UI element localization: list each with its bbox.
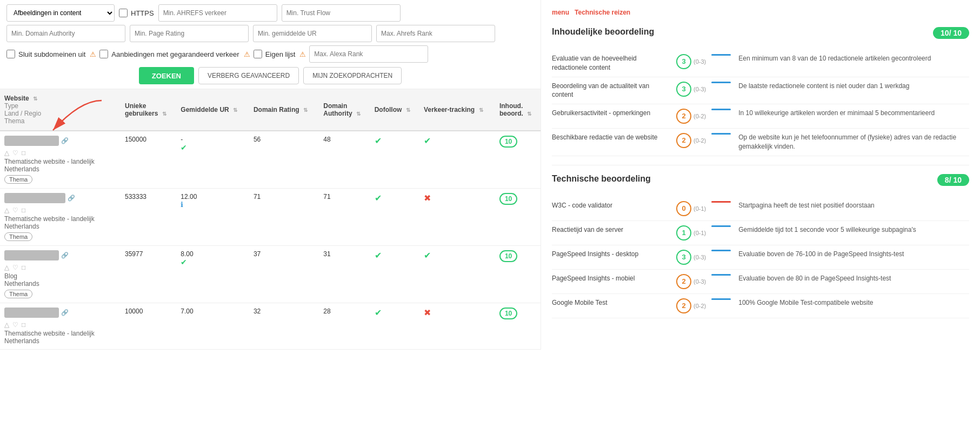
score-3: 10	[495, 246, 541, 303]
col-unique-users: Uniekegebruikers ⇅	[121, 89, 176, 131]
t-score-num-3: 2	[676, 274, 691, 289]
sort-icon-inhoud[interactable]: ⇅	[527, 111, 531, 117]
website-name-3[interactable]: ████████.nl 🔗	[4, 250, 116, 260]
domain-authority-4: 28	[319, 303, 370, 350]
score-badge-2: 10	[499, 193, 517, 205]
external-link-icon-2[interactable]: 🔗	[68, 195, 75, 202]
min-pr-input[interactable]	[130, 25, 249, 42]
min-da-input[interactable]	[6, 25, 125, 42]
action-icons-3: △ ♡ □	[4, 264, 116, 271]
action-icons-2: △ ♡ □	[4, 206, 116, 214]
score-range-1: (0-3)	[694, 86, 706, 92]
website-type-2: Thematische website - landelijk	[4, 215, 116, 223]
domain-authority-1: 48	[319, 131, 370, 189]
sort-icon-traffic[interactable]: ⇅	[479, 107, 483, 113]
bookmark-icon-2[interactable]: □	[22, 206, 25, 214]
t-criteria-bar-3	[711, 274, 733, 276]
external-link-icon-4[interactable]: 🔗	[61, 309, 69, 316]
sort-icon-ur[interactable]: ⇅	[233, 107, 237, 113]
filter-row-2	[6, 25, 534, 42]
col-dofollow: Dofollow ⇅	[370, 89, 419, 131]
sort-icon-users[interactable]: ⇅	[162, 111, 166, 117]
t-score-range-2: (0-3)	[694, 254, 706, 260]
images-filter[interactable]: Afbeeldingen in content	[6, 4, 115, 22]
score-range-2: (0-2)	[694, 113, 706, 119]
dofollow-3: ✔	[370, 246, 419, 303]
up-icon-4[interactable]: △	[4, 321, 9, 329]
criteria-bar-0	[711, 54, 733, 56]
t-score-range-0: (0-1)	[694, 205, 706, 212]
heart-icon-1[interactable]: ♡	[12, 149, 18, 157]
https-checkbox[interactable]	[119, 9, 128, 17]
hide-advanced-button[interactable]: VERBERG GEAVANCEERD	[198, 67, 299, 84]
table-row: ████████.nl 🔗 △ ♡ □ Thematische website …	[0, 303, 541, 350]
own-list-label: Eigen lijst	[265, 50, 296, 58]
section-divider	[552, 165, 969, 165]
search-button[interactable]: ZOEKEN	[139, 67, 194, 84]
own-list-checkbox[interactable]	[254, 50, 262, 58]
t-score-num-4: 2	[676, 298, 691, 313]
min-ahrefs-input[interactable]	[158, 4, 277, 22]
sort-icon-dofollow[interactable]: ⇅	[406, 107, 410, 113]
website-cell-2: ████████.info 🔗 △ ♡ □ Thematische websit…	[0, 189, 121, 246]
up-icon-2[interactable]: △	[4, 206, 9, 214]
score-num-2: 2	[676, 109, 691, 124]
website-theme-2[interactable]: Thema	[4, 232, 32, 241]
results-table-wrapper: Website ⇅ Type Land / Regio Thema Unieke…	[0, 89, 541, 350]
t-criteria-desc-1: Gemiddelde tijd tot 1 seconde voor 5 wil…	[738, 225, 969, 235]
score-badge-1: 10	[499, 136, 517, 148]
t-criteria-score-4: 2 (0-2)	[676, 298, 706, 313]
criteria-desc-1: De laatste redactionele content is niet …	[738, 82, 969, 91]
website-theme-1[interactable]: Thema	[4, 175, 32, 184]
heart-icon-2[interactable]: ♡	[12, 206, 18, 214]
technische-header: Technische beoordeling 8/ 10	[552, 170, 969, 190]
inhoudelijke-criteria: Evaluatie van de hoeveelheid redactionel…	[552, 50, 969, 156]
sort-icon-da[interactable]: ⇅	[356, 111, 361, 117]
criteria-label-2: Gebruikersactiviteit - opmerkingen	[552, 109, 671, 118]
dofollow-2: ✔	[370, 189, 419, 246]
t-score-num-1: 1	[676, 225, 691, 240]
heart-icon-4[interactable]: ♡	[12, 321, 18, 329]
score-num-0: 3	[676, 54, 691, 69]
my-searches-button[interactable]: MIJN ZOEKOPDRACHTEN	[303, 67, 402, 84]
website-type-1: Thematische website - landelijk	[4, 158, 116, 165]
website-theme-3[interactable]: Thema	[4, 290, 32, 298]
t-criteria-label-0: W3C - code validator	[552, 201, 671, 210]
sort-icon-dr[interactable]: ⇅	[303, 107, 308, 113]
action-icons-1: △ ♡ □	[4, 149, 116, 157]
heart-icon-3[interactable]: ♡	[12, 264, 18, 271]
bookmark-icon-3[interactable]: □	[22, 264, 25, 271]
domain-authority-3: 31	[319, 246, 370, 303]
t-criteria-score-0: 0 (0-1)	[676, 201, 706, 216]
https-label: HTTPS	[131, 9, 154, 17]
exclude-sub-checkbox[interactable]	[6, 50, 15, 58]
unique-users-3: 35977	[121, 246, 176, 303]
t-criteria-score-3: 2 (0-3)	[676, 274, 706, 289]
up-icon-3[interactable]: △	[4, 264, 9, 271]
criteria-score-1: 3 (0-3)	[676, 82, 706, 97]
top-link[interactable]: Technische reizen	[575, 9, 630, 16]
exclude-sub-wrapper: Sluit subdomeinen uit	[6, 50, 85, 58]
arrow-area: ████████.nl 🔗 △ ♡ □	[4, 136, 116, 157]
website-name-2[interactable]: ████████.info 🔗	[4, 193, 116, 203]
criteria-row: Google Mobile Test 2 (0-2) 100% Google M…	[552, 294, 969, 318]
bookmark-icon-4[interactable]: □	[22, 321, 25, 329]
bookmark-icon-1[interactable]: □	[22, 149, 25, 157]
score-badge-3: 10	[499, 250, 517, 262]
website-country-4: Netherlands	[4, 337, 116, 345]
criteria-desc-3: Op de website kun je het telefoonnummer …	[738, 133, 969, 151]
up-icon-1[interactable]: △	[4, 149, 9, 157]
inhoudelijke-header: Inhoudelijke beoordeling 10/ 10	[552, 23, 969, 43]
guaranteed-traffic-checkbox[interactable]	[99, 50, 108, 58]
website-name-4[interactable]: ████████.nl 🔗	[4, 308, 116, 318]
domain-rating-3: 37	[249, 246, 319, 303]
min-trust-flow-input[interactable]	[282, 4, 401, 22]
action-icons-4: △ ♡ □	[4, 321, 116, 329]
check-circle-1: ✔	[181, 143, 187, 152]
dofollow-4: ✔	[370, 303, 419, 350]
external-link-icon-3[interactable]: 🔗	[61, 252, 69, 259]
max-alexa-input[interactable]	[309, 45, 428, 63]
min-ur-input[interactable]	[253, 25, 372, 42]
max-ahrefs-rank-input[interactable]	[376, 25, 495, 42]
website-cell-4: ████████.nl 🔗 △ ♡ □ Thematische website …	[0, 303, 121, 350]
